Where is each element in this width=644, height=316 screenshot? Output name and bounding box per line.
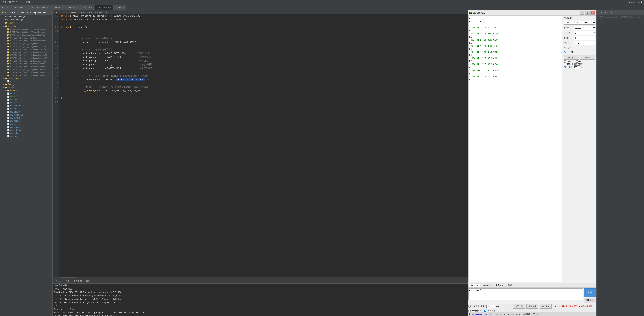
- sidebar-item-drivers-path[interactable]: 📂 STM32H743iixx_test_uart_dome/drivers: [0, 42, 52, 45]
- sidebar-item-rt-thread-i[interactable]: 📂 STM32H743iixx_test_uart_dome/rt-thread…: [0, 71, 52, 74]
- sidebar-item-include-folder[interactable]: ▶ 📁 include: [0, 89, 52, 92]
- send-file-button[interactable]: 发送文件: [526, 304, 538, 308]
- sidebar-item-libs-st-2[interactable]: 📂 STM32H743iixx_test_uart_dome/libraries…: [0, 60, 52, 62]
- sidebar-item-include-path-2[interactable]: 📂 D:/RT-ThreadStudio/repo/Extract/ToolCh…: [0, 30, 52, 34]
- sidebar-tree[interactable]: ⚙ RT-Thread Settings ⚙ CubeMX Settings ▶…: [0, 15, 52, 316]
- minimize-button[interactable]: —: [580, 11, 584, 14]
- sidebar-item-drv-soft-i2c-c[interactable]: 📄 drv_soft_i2c.c: [0, 129, 52, 132]
- hex-send-checkbox[interactable]: [468, 310, 470, 312]
- hex-display-checkbox[interactable]: [564, 60, 566, 62]
- tab-console[interactable]: 🖥 控制台: [72, 279, 84, 283]
- sidebar-item-libs-st-1[interactable]: 📂 STM32H743iixx_test_uart_dome/libraries…: [0, 56, 52, 60]
- close-tab-main-c[interactable]: ✕: [9, 7, 10, 9]
- sidebar-item-applications[interactable]: ▼ 📁 applications: [0, 77, 52, 80]
- sidebar-item-drv-sdio-c[interactable]: 📄 drv_sdio.c: [0, 126, 52, 129]
- maximize-button[interactable]: □: [585, 11, 590, 14]
- sidebar-item-drv-uart-c[interactable]: 📄 drv_uart.c: [0, 135, 52, 138]
- sidebar-item-rt-thread-c1[interactable]: 📂 STM32H743iixx_test_uart_dome/rt-thread…: [0, 62, 52, 65]
- sidebar-item-rt-thread-li[interactable]: 📂 STM32H743iixx_test_uart_dome/rt-thread…: [0, 74, 52, 77]
- period-input[interactable]: [486, 305, 495, 308]
- data-select[interactable]: 8: [574, 36, 596, 40]
- tab-rt-thread-settings[interactable]: RT-Thread Settings ✕: [28, 5, 53, 10]
- sidebar-item-rt-thread-c2[interactable]: 📂 STM32H743iixx_test_uart_dome/rt-thread…: [0, 65, 52, 68]
- code-area[interactable]: struct serial_configure u3_configs = RT_…: [60, 14, 468, 277]
- menu-project-explorer[interactable]: 项目资源管理器: [1, 0, 19, 4]
- clear-send-button[interactable]: 清除发送: [584, 298, 596, 303]
- sidebar-item-rt-settings[interactable]: ⚙ RT-Thread Settings: [0, 15, 52, 18]
- sidebar-item-libs-cl-1[interactable]: 📂 STM32H743iixx_test_uart_dome/libraries…: [0, 51, 52, 54]
- tab-protocol-send[interactable]: 协议传输: [494, 284, 506, 288]
- send-input[interactable]: uart_sample: [468, 288, 583, 300]
- menu-search[interactable]: 搜索: [24, 0, 31, 4]
- tab-rtdef-h[interactable]: rtdef.h ✕: [114, 5, 126, 10]
- close-tab-drv-clk-c[interactable]: ✕: [24, 7, 26, 9]
- dtr-checkbox[interactable]: [576, 60, 578, 62]
- sidebar-item-drv-gpio-c[interactable]: 📄 drv_gpio.c: [0, 110, 52, 113]
- editor-scrollbar-h[interactable]: [52, 277, 468, 279]
- sidebar-item-drv-clk-c[interactable]: 📄 drv_clk.c: [0, 101, 52, 104]
- xcom-receive-area[interactable]: uart2 config.... uart2 running.... [2024…: [468, 16, 562, 282]
- sidebar-item-libs-cl-2[interactable]: 📂 STM32H743iixx_test_uart_dome/libraries…: [0, 54, 52, 56]
- sidebar-item-drv-eth-c[interactable]: 📄 drv_eth.c: [0, 107, 52, 110]
- sidebar-item-drv-rtc-c[interactable]: 📄 drv_rtc.c: [0, 122, 52, 126]
- parity-select[interactable]: None: [574, 41, 596, 45]
- sidebar-item-include-path-3[interactable]: 📂 D:/RT-ThreadStudio/repo/Extract/ToolCh…: [0, 34, 52, 36]
- auto-save-checkbox[interactable]: [572, 63, 574, 65]
- sidebar-item-drv-adc-c[interactable]: 📄 drv_adc.c: [0, 98, 52, 101]
- sidebar-item-board-c[interactable]: 📄 board.c: [0, 92, 52, 95]
- tab-board-h[interactable]: board.h ✕: [67, 5, 81, 10]
- close-tab-board-c[interactable]: ✕: [63, 7, 64, 9]
- timestamp-interval-input[interactable]: [574, 65, 580, 69]
- stop-send-button[interactable]: 停止发送: [540, 304, 552, 308]
- sidebar-item-drv-pwm-c[interactable]: 📄 drv_pwm.c: [0, 116, 52, 120]
- sidebar-item-drivers[interactable]: ▼ 📁 drivers: [0, 86, 52, 89]
- sidebar-item-include-path-1[interactable]: 📂 D:/RT-ThreadStudio/repo/Extract/ToolCh…: [0, 28, 52, 30]
- tab-serial-h[interactable]: serial.h ✕: [81, 5, 94, 10]
- close-button[interactable]: ✕: [590, 11, 595, 14]
- sidebar-item-drv-hwtimer-c[interactable]: 📄 drv_hwtimer.c: [0, 113, 52, 116]
- port-select[interactable]: COM37:USB-SERIAL CH34: [564, 21, 596, 24]
- code-editor[interactable]: 30 31 32 33 34 35 36 37 38 39 40 41 42 4…: [52, 14, 468, 279]
- tab-multi-send[interactable]: 多条发送: [481, 284, 493, 288]
- tab-tasks[interactable]: 任务: [64, 279, 72, 283]
- close-tab-rtdef-h[interactable]: ✕: [122, 7, 124, 9]
- sidebar-item-board-h[interactable]: 📄 board.h: [0, 95, 52, 98]
- sidebar-item-drv-qspi-c[interactable]: 📄 drv_qspi.c: [0, 120, 52, 122]
- tab-properties[interactable]: 属性: [84, 279, 92, 283]
- tab-help[interactable]: 帮助: [506, 284, 514, 288]
- newline-checkbox[interactable]: [484, 310, 486, 312]
- save-window-button[interactable]: 保存窗口: [564, 55, 579, 60]
- sidebar-item-drivers-inc-1[interactable]: 📂 STM32H743iixx_test_uart_dome/drivers/i…: [0, 45, 52, 48]
- sidebar-item-cubemx[interactable]: ⚙ CubeMX Settings: [0, 18, 52, 21]
- rts-checkbox[interactable]: [564, 63, 566, 65]
- timer-send-checkbox[interactable]: [468, 305, 470, 308]
- sidebar-item-debug[interactable]: ▶ 📁 Debug: [0, 83, 52, 86]
- sidebar-item-drv-common-c[interactable]: 📄 drv_common.c: [0, 104, 52, 107]
- sidebar-item-project-root[interactable]: 📂 STM32H743iixx_test_uart_dome: [0, 36, 52, 39]
- tab-uart-config-h[interactable]: uart_config.h ✕: [95, 5, 113, 10]
- timestamp-checkbox[interactable]: [564, 66, 566, 68]
- tab-drv-clk-c[interactable]: drv_clk.c ✕: [13, 5, 28, 10]
- sidebar-item-main-c[interactable]: 📄 main.c: [0, 80, 52, 83]
- tab-single-send[interactable]: 单条发送: [468, 284, 480, 288]
- sidebar-item-rt-thread-c3[interactable]: 📂 STM32H743iixx_test_uart_dome/rt-thread…: [0, 68, 52, 71]
- clear-receive-button[interactable]: 清除接收: [580, 55, 596, 60]
- send-button[interactable]: 发送: [584, 288, 596, 297]
- open-port-radio[interactable]: [564, 51, 566, 53]
- sidebar-item-drivers-inc-2[interactable]: 📂 STM32H743iixx_test_uart_dome/drivers/i…: [0, 48, 52, 51]
- close-tab-board-h[interactable]: ✕: [77, 7, 78, 9]
- open-file-button[interactable]: 打开文件: [513, 304, 525, 308]
- url-link[interactable]: www.openedv.com: [472, 313, 488, 315]
- sidebar-item-application-path[interactable]: 📂 STM32H743iixx_test_uart_dome/applicati…: [0, 39, 52, 42]
- stop-select[interactable]: 1: [574, 31, 596, 35]
- close-tab-rt-settings[interactable]: ✕: [49, 7, 50, 9]
- close-tab-uart-config-h[interactable]: ✕: [110, 7, 111, 9]
- sidebar-item-includes[interactable]: ▼ 📁 Includes: [0, 24, 52, 28]
- tab-main-c[interactable]: main.c ✕: [0, 5, 13, 10]
- close-tab-serial-h[interactable]: ✕: [91, 7, 92, 9]
- tab-board-c[interactable]: board.c ✕: [53, 5, 67, 10]
- baud-select[interactable]: 115200: [574, 26, 596, 30]
- sidebar-item-binary[interactable]: ▶ 📁 二进制: [0, 21, 52, 24]
- tab-problems[interactable]: ⚠ 问题: [54, 279, 63, 283]
- sidebar-item-drv-spi-c[interactable]: 📄 drv_spi.c: [0, 132, 52, 135]
